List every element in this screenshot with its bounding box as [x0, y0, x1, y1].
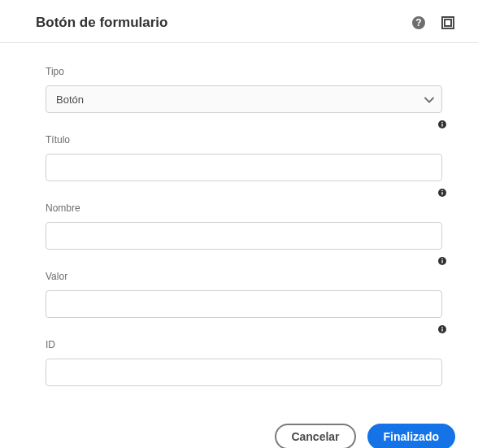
svg-rect-8 — [441, 192, 442, 194]
header-actions: ? — [411, 15, 455, 30]
field-type: Tipo — [46, 66, 442, 113]
cancel-button[interactable]: Cancelar — [275, 424, 355, 448]
input-id[interactable] — [46, 359, 442, 386]
svg-point-15 — [441, 327, 443, 328]
svg-rect-11 — [441, 260, 442, 263]
select-wrapper-type — [46, 85, 442, 113]
dialog-footer: Cancelar Finalizado — [0, 414, 478, 448]
svg-rect-5 — [441, 124, 442, 126]
help-icon[interactable]: ? — [411, 15, 426, 30]
svg-rect-14 — [441, 328, 442, 331]
input-value[interactable] — [46, 290, 442, 318]
fullscreen-icon[interactable] — [441, 15, 455, 30]
label-title: Título — [46, 134, 442, 146]
input-name[interactable] — [46, 222, 442, 250]
svg-text:?: ? — [415, 17, 421, 28]
label-type: Tipo — [46, 66, 442, 77]
svg-rect-3 — [445, 20, 451, 26]
field-title: Título — [46, 134, 442, 181]
info-icon[interactable] — [437, 256, 447, 266]
done-button[interactable]: Finalizado — [367, 424, 455, 448]
svg-point-6 — [441, 122, 443, 124]
dialog-content: Tipo Título Nombre — [0, 43, 478, 414]
dialog: Botón de formulario ? Tipo — [0, 0, 478, 448]
label-name: Nombre — [46, 202, 442, 214]
input-title[interactable] — [46, 154, 442, 181]
info-icon[interactable] — [437, 120, 447, 129]
field-name: Nombre — [46, 202, 442, 250]
field-value: Valor — [46, 271, 442, 318]
label-value: Valor — [46, 271, 442, 282]
info-icon[interactable] — [437, 188, 447, 198]
dialog-title: Botón de formulario — [36, 15, 167, 31]
info-icon[interactable] — [437, 324, 447, 334]
svg-point-9 — [441, 190, 443, 192]
label-id: ID — [46, 339, 442, 350]
svg-point-12 — [441, 259, 443, 260]
dialog-header: Botón de formulario ? — [0, 0, 478, 43]
field-id: ID — [46, 339, 442, 386]
select-type[interactable] — [46, 85, 442, 113]
